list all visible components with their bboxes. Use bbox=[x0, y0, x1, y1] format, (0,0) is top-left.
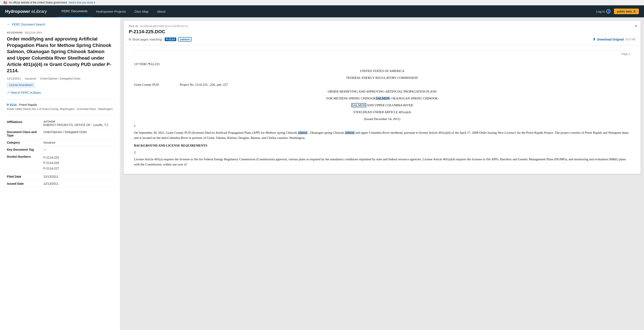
table-row: Category Issuance bbox=[7, 139, 113, 146]
project-id-link[interactable]: P-2114 bbox=[7, 103, 16, 107]
project-number: Project No. 2114-225, -226, and -227 bbox=[180, 83, 228, 86]
view-ferc-link[interactable]: ↗ View in FERC eLibrary bbox=[7, 91, 113, 94]
table-row: Document Class and Type Order/Opinion / … bbox=[7, 129, 113, 139]
back-arrow-icon: ← bbox=[7, 22, 10, 26]
doc-date: 12/13/2011 bbox=[7, 77, 21, 80]
nav-ferc-documents[interactable]: FERC Documents bbox=[57, 5, 92, 17]
salmon-highlight-4: salmon bbox=[345, 131, 354, 134]
doc-line-4: Grant County PUD Project No. 2114-225, -… bbox=[134, 82, 630, 87]
doc-class-value: Order/Opinion / Delegated Order bbox=[43, 129, 113, 139]
document-viewer-card: × FILE ID 01CEEE3A-66E2-5005-8110-C31FAF… bbox=[124, 21, 640, 174]
show-pages-label: Show pages matching: bbox=[132, 38, 162, 41]
file-id-label: FILE ID bbox=[129, 25, 138, 27]
key-tag-label: Key Document Tag bbox=[7, 146, 43, 153]
doc-line-1: 137 FERC ¶ 62,233 bbox=[134, 61, 630, 67]
project-utility: Public Utility District No 2 of Grant Co… bbox=[7, 107, 113, 111]
left-panel: ← FERC Document Search ACCESSION 2011121… bbox=[0, 17, 120, 330]
close-button[interactable]: × bbox=[634, 24, 637, 28]
right-panel: × FILE ID 01CEEE3A-66E2-5005-8110-C31FAF… bbox=[120, 17, 644, 330]
table-row: Affiliations AUTHOR ENERGY PROJECTS, OFF… bbox=[7, 119, 113, 129]
how-you-know-link[interactable]: Here's how you know ▾ bbox=[69, 1, 95, 4]
doc-line-3: FEDERAL ENERGY REGULATORY COMMISSION bbox=[134, 75, 630, 80]
doc-body: 137 FERC ¶ 62,233 UNITED STATES OF AMERI… bbox=[134, 61, 630, 167]
accession-row: ACCESSION 20111214–3014 bbox=[7, 31, 113, 34]
login-button[interactable]: Log In 👤 bbox=[596, 9, 611, 13]
doc-type: Issuance bbox=[25, 77, 36, 80]
doc-line-2: UNITED STATES OF AMERICA bbox=[134, 68, 630, 73]
main-layout: ← FERC Document Search ACCESSION 2011121… bbox=[0, 17, 644, 330]
project-line: P-2114 · Priest Rapids bbox=[7, 103, 113, 107]
match-tag-salmon[interactable]: salmon bbox=[178, 37, 192, 42]
doc-category: Order/Opinion / Delegated Order bbox=[40, 77, 81, 80]
doc-title: Order modifying and approving Artificial… bbox=[7, 36, 113, 74]
doc-class-label: Document Class and Type bbox=[7, 129, 43, 139]
docket-values: P-2114-225 P-2114-226 P-2114-227 bbox=[43, 153, 113, 173]
viewer-header: × FILE ID 01CEEE3A-66E2-5005-8110-C31FAF… bbox=[124, 21, 640, 45]
salmon-highlight-2: SALMON bbox=[352, 103, 366, 107]
login-label: Log In bbox=[596, 10, 605, 13]
public-beta-badge: public beta ⚠ bbox=[614, 8, 639, 14]
external-link-icon: ↗ bbox=[7, 91, 9, 94]
affiliations-value: AUTHOR ENERGY PROJECTS, OFFICE OF · Lovu… bbox=[43, 119, 113, 129]
gov-banner: 🇺🇸 An official website of the United Sta… bbox=[0, 0, 644, 5]
table-row: Key Document Tag --- bbox=[7, 146, 113, 153]
pages-icon: ⧉ bbox=[129, 38, 131, 41]
page-label: Page 1 bbox=[134, 50, 630, 58]
match-tag-p2114[interactable]: P-2114 bbox=[165, 37, 176, 41]
category-value: Issuance bbox=[43, 139, 113, 146]
nav-links: FERC Documents Hydropower Projects Dam M… bbox=[57, 5, 596, 17]
project-name: Priest Rapids bbox=[19, 103, 37, 107]
para-num-2: 2. bbox=[134, 150, 630, 155]
site-logo[interactable]: Hydropower eLibrary bbox=[5, 9, 47, 14]
logo-text-main: Hydropower bbox=[5, 9, 30, 14]
file-size: 53.5 KB bbox=[626, 38, 636, 41]
show-pages-link[interactable]: ⧉ Show pages matching: P-2114 salmon bbox=[129, 37, 192, 42]
bg-heading: BACKGROUND AND LICENSE REQUIREMENTS bbox=[134, 143, 630, 148]
docket-label: Docket Numbers bbox=[7, 153, 43, 173]
doc-meta: 12/13/2011 · Issuance · Order/Opinion / … bbox=[7, 77, 113, 80]
download-button[interactable]: ⬇ Download Original 53.5 KB bbox=[593, 37, 636, 41]
category-label: Category bbox=[7, 139, 43, 146]
chevron-down-icon: ▾ bbox=[94, 1, 95, 4]
doc-line-8: STEELHEAD UNDER ARTICLE 401(a)(4) bbox=[134, 110, 630, 115]
file-id-row: FILE ID 01CEEE3A-66E2-5005-8110-C31FAFC9… bbox=[129, 24, 636, 28]
table-row: Filed Date 12/13/2011 bbox=[7, 173, 113, 180]
accession-label: ACCESSION bbox=[7, 31, 22, 34]
doc-content-area: Page 1 137 FERC ¶ 62,233 UNITED STATES O… bbox=[124, 45, 640, 174]
download-label: Download Original bbox=[597, 38, 624, 41]
para-1: On September 30, 2011, Grant County PUD … bbox=[134, 130, 630, 140]
project-info: P-2114 · Priest Rapids Public Utility Di… bbox=[7, 103, 113, 111]
doc-filename: P-2114-225.DOC bbox=[129, 29, 636, 34]
nav-dam-map[interactable]: Dam Map bbox=[130, 5, 153, 17]
user-icon: 👤 bbox=[606, 9, 610, 13]
beta-label: public beta bbox=[617, 10, 632, 13]
table-row: Issued Date 12/13/2011 bbox=[7, 180, 113, 187]
details-table: Affiliations AUTHOR ENERGY PROJECTS, OFF… bbox=[7, 119, 113, 187]
warning-icon: ⚠ bbox=[633, 10, 636, 13]
top-nav: Hydropower eLibrary FERC Documents Hydro… bbox=[0, 5, 644, 17]
nav-about[interactable]: About bbox=[153, 5, 170, 17]
back-to-search-link[interactable]: ← FERC Document Search bbox=[7, 22, 113, 26]
key-tag-value: --- bbox=[43, 146, 113, 153]
salmon-highlight-3: salmon bbox=[298, 131, 308, 134]
flag-icon: 🇺🇸 bbox=[4, 1, 7, 4]
back-link-label: FERC Document Search bbox=[12, 23, 45, 26]
divider bbox=[7, 99, 113, 100]
filed-label: Filed Date bbox=[7, 173, 43, 180]
doc-actions-row: ⧉ Show pages matching: P-2114 salmon ⬇ D… bbox=[129, 37, 636, 42]
grant-county: Grant County PUD bbox=[134, 83, 159, 86]
nav-hydropower-projects[interactable]: Hydropower Projects bbox=[92, 5, 130, 17]
official-text: An official website of the United States… bbox=[9, 1, 67, 4]
how-you-know-text: Here's how you know bbox=[69, 1, 93, 4]
salmon-highlight-1: SALMON bbox=[376, 97, 390, 100]
file-id-value: 01CEEE3A-66E2-5005-8110-C31FAFC91712 bbox=[140, 25, 188, 27]
nav-right: Log In 👤 public beta ⚠ bbox=[596, 8, 639, 14]
table-row: Docket Numbers P-2114-225 P-2114-226 P-2… bbox=[7, 153, 113, 173]
view-ferc-label: View in FERC eLibrary bbox=[10, 91, 41, 94]
issued-value: 12/13/2011 bbox=[43, 180, 113, 187]
doc-line-6: FOR METHOW SPRING CHINOOKSALMON, OKANOGA… bbox=[134, 96, 630, 101]
para-2: License Article 401(a) requires the lice… bbox=[134, 157, 630, 167]
download-icon: ⬇ bbox=[593, 37, 596, 41]
divider-2 bbox=[7, 115, 113, 115]
affiliations-label: Affiliations bbox=[7, 119, 43, 129]
